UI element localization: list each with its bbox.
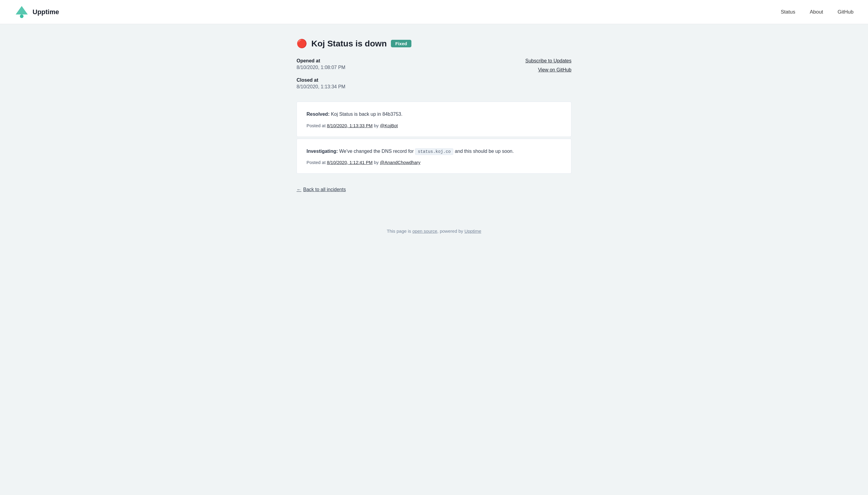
dns-code: status.koj.co (415, 148, 453, 155)
opened-at-value: 8/10/2020, 1:08:07 PM (297, 65, 345, 70)
opened-at-label: Opened at (297, 58, 345, 64)
fixed-badge: Fixed (391, 40, 411, 47)
meta-dates: Opened at 8/10/2020, 1:08:07 PM Closed a… (297, 58, 345, 89)
investigating-text-pre: We've changed the DNS record for (339, 149, 415, 154)
opened-at: Opened at 8/10/2020, 1:08:07 PM (297, 58, 345, 70)
incident-cards: Resolved: Koj Status is back up in 84b37… (297, 102, 571, 175)
main-content: 🔴 Koj Status is down Fixed Opened at 8/1… (289, 24, 579, 221)
footer-opensource-link[interactable]: open source (412, 228, 437, 234)
site-header: Upptime Status About GitHub (0, 0, 868, 24)
investigating-type: Investigating: (307, 149, 338, 154)
investigating-posted-by-prefix: by (374, 160, 380, 165)
closed-at-value: 8/10/2020, 1:13:34 PM (297, 84, 345, 89)
svg-marker-0 (16, 6, 28, 15)
back-link-text: Back to all incidents (303, 187, 346, 192)
back-arrow-icon: ← (297, 187, 301, 192)
resolved-message: Resolved: Koj Status is back up in 84b37… (307, 110, 561, 118)
incident-title-row: 🔴 Koj Status is down Fixed (297, 39, 571, 49)
incident-meta: Opened at 8/10/2020, 1:08:07 PM Closed a… (297, 58, 571, 89)
incident-card-investigating: Investigating: We've changed the DNS rec… (297, 139, 571, 174)
svg-point-1 (20, 15, 23, 18)
upptime-logo-icon (15, 5, 29, 19)
closed-at-label: Closed at (297, 78, 345, 83)
logo-text: Upptime (33, 8, 59, 16)
back-link[interactable]: ← Back to all incidents (297, 187, 346, 192)
logo-link[interactable]: Upptime (15, 5, 59, 19)
resolved-posted-by-prefix: by (374, 123, 380, 128)
resolved-posted-by[interactable]: @KojBot (380, 123, 398, 128)
footer-upptime-link[interactable]: Upptime (465, 228, 481, 234)
resolved-type: Resolved: (307, 112, 329, 117)
status-icon: 🔴 (297, 39, 307, 49)
subscribe-link[interactable]: Subscribe to Updates (525, 58, 571, 64)
meta-actions: Subscribe to Updates View on GitHub (525, 58, 571, 73)
view-github-link[interactable]: View on GitHub (538, 67, 571, 73)
investigating-text-post: and this should be up soon. (455, 149, 514, 154)
incident-title-text: Koj Status is down (311, 39, 387, 49)
resolved-posted-prefix: Posted at (307, 123, 327, 128)
incident-card-resolved: Resolved: Koj Status is back up in 84b37… (297, 102, 571, 137)
investigating-posted-by[interactable]: @AnandChowdhary (380, 160, 420, 165)
investigating-message: Investigating: We've changed the DNS rec… (307, 148, 561, 155)
investigating-posted-prefix: Posted at (307, 160, 327, 165)
investigating-footer: Posted at 8/10/2020, 1:12:41 PM by @Anan… (307, 160, 561, 165)
resolved-text: Koj Status is back up in 84b3753. (331, 112, 403, 117)
site-footer: This page is open source, powered by Upp… (0, 221, 868, 241)
nav-about[interactable]: About (810, 9, 823, 15)
closed-at: Closed at 8/10/2020, 1:13:34 PM (297, 78, 345, 89)
main-nav: Status About GitHub (781, 9, 853, 15)
resolved-footer: Posted at 8/10/2020, 1:13:33 PM by @KojB… (307, 123, 561, 128)
footer-text: This page is open source, powered by Upp… (7, 228, 861, 234)
nav-status[interactable]: Status (781, 9, 795, 15)
resolved-posted-link[interactable]: 8/10/2020, 1:13:33 PM (327, 123, 373, 128)
investigating-posted-link[interactable]: 8/10/2020, 1:12:41 PM (327, 160, 373, 165)
nav-github[interactable]: GitHub (837, 9, 853, 15)
